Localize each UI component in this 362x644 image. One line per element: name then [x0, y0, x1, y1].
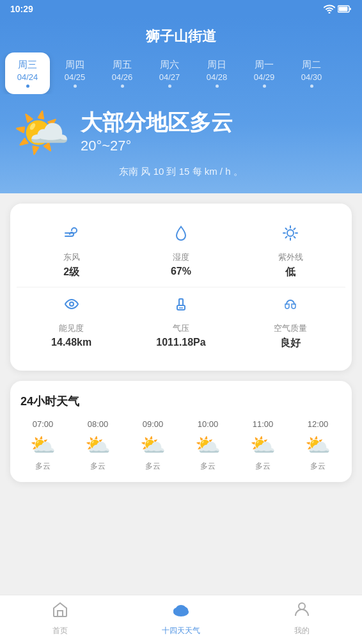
day-item-4[interactable]: 周日 04/28	[194, 52, 239, 94]
day-item-1[interactable]: 周四 04/25	[52, 52, 97, 94]
hourly-time: 07:00	[33, 419, 54, 429]
location-title: 狮子山街道	[0, 18, 362, 52]
weather-info: 大部分地区多云 20°~27°	[81, 111, 349, 154]
day-date: 04/28	[198, 72, 235, 82]
hourly-item-5: 12:00 ⛅ 多云	[295, 419, 340, 472]
hourly-card: 24小时天气 07:00 ⛅ 多云 08:00 ⛅ 多云 09:00 ⛅ 多云 …	[10, 381, 352, 482]
svg-line-10	[286, 237, 287, 238]
main-weather-icon: 🌤️	[13, 109, 70, 156]
detail-label: 能见度	[59, 323, 84, 334]
detail-label: 东风	[63, 252, 80, 263]
hourly-desc: 多云	[90, 461, 106, 472]
hourly-scroll[interactable]: 07:00 ⛅ 多云 08:00 ⛅ 多云 09:00 ⛅ 多云 10:00 ⛅…	[20, 419, 342, 472]
day-name: 周四	[56, 59, 93, 71]
status-bar: 10:29	[0, 0, 362, 18]
eye-icon	[63, 295, 81, 318]
detail-item-air: 空气质量 良好	[236, 287, 345, 358]
nav-label-home: 首页	[52, 625, 68, 636]
hourly-desc: 多云	[255, 461, 271, 472]
weather-wind: 东南 风 10 到 15 每 km / h 。	[0, 162, 362, 181]
uv-icon	[281, 224, 299, 246]
detail-value: 2级	[63, 266, 79, 279]
hourly-item-0: 07:00 ⛅ 多云	[20, 419, 65, 472]
detail-label: 湿度	[173, 252, 189, 263]
weather-header: 狮子山街道 周三 04/24 周四 04/25 周五 04/26 周六 04/2…	[0, 18, 362, 193]
nav-label-mine: 我的	[294, 625, 310, 636]
weather-temp-range: 20°~27°	[81, 138, 349, 154]
hourly-item-3: 10:00 ⛅ 多云	[185, 419, 230, 472]
day-name: 周六	[151, 59, 188, 71]
svg-point-19	[299, 603, 305, 609]
day-dot	[26, 85, 29, 88]
hourly-weather-icon: ⛅	[195, 433, 221, 457]
day-date: 04/27	[151, 72, 188, 82]
hourly-time: 12:00	[308, 419, 329, 429]
bottom-nav: 首页 十四天天气 我的	[0, 595, 362, 644]
day-item-3[interactable]: 周六 04/27	[147, 52, 192, 94]
weather-description: 大部分地区多云	[81, 111, 349, 134]
day-item-2[interactable]: 周五 04/26	[100, 52, 145, 94]
svg-line-7	[286, 229, 287, 230]
svg-line-8	[294, 237, 295, 238]
day-name: 周一	[246, 59, 283, 71]
day-name: 周三	[9, 59, 46, 71]
day-date: 04/29	[246, 72, 283, 82]
detail-label: 紫外线	[278, 252, 303, 263]
nav-item-home[interactable]: 首页	[0, 600, 121, 636]
hourly-weather-icon: ⛅	[140, 433, 166, 457]
hourly-time: 08:00	[88, 419, 109, 429]
day-item-6[interactable]: 周二 04/30	[289, 52, 334, 94]
day-date: 04/30	[293, 72, 330, 82]
home-icon	[51, 600, 69, 623]
day-dot	[121, 85, 124, 88]
day-dot	[74, 85, 77, 88]
hourly-item-2: 09:00 ⛅ 多云	[130, 419, 175, 472]
svg-rect-12	[179, 299, 183, 305]
hourly-item-4: 11:00 ⛅ 多云	[240, 419, 285, 472]
details-grid: 东风 2级 湿度 67% 紫外线 低 能见度 14.48km 气压 1011.1…	[17, 216, 345, 358]
drop-icon	[172, 224, 190, 246]
day-dot	[263, 85, 266, 88]
detail-item-eye: 能见度 14.48km	[17, 287, 126, 358]
day-item-0[interactable]: 周三 04/24	[5, 52, 50, 94]
day-selector[interactable]: 周三 04/24 周四 04/25 周五 04/26 周六 04/27 周日 0…	[0, 52, 362, 94]
nav-item-14day[interactable]: 十四天天气	[121, 600, 242, 636]
detail-value: 低	[285, 266, 295, 279]
day-name: 周日	[198, 59, 235, 71]
status-icons	[324, 4, 352, 13]
battery-icon	[338, 5, 352, 13]
pressure-icon	[172, 295, 190, 318]
day-date: 04/25	[56, 72, 93, 82]
day-name: 周五	[104, 59, 141, 71]
hourly-weather-icon: ⛅	[85, 433, 111, 457]
svg-point-11	[70, 302, 74, 306]
hourly-time: 09:00	[143, 419, 164, 429]
day-dot	[216, 85, 219, 88]
day-item-5[interactable]: 周一 04/29	[242, 52, 287, 94]
hourly-time: 10:00	[198, 419, 219, 429]
hourly-desc: 多云	[145, 461, 161, 472]
status-time: 10:29	[10, 4, 33, 14]
hourly-weather-icon: ⛅	[30, 433, 56, 457]
detail-value: 1011.18Pa	[156, 337, 205, 348]
hourly-item-1: 08:00 ⛅ 多云	[75, 419, 120, 472]
nav-item-mine[interactable]: 我的	[241, 600, 362, 636]
detail-item-pressure: 气压 1011.18Pa	[126, 287, 235, 358]
details-card: 东风 2级 湿度 67% 紫外线 低 能见度 14.48km 气压 1011.1…	[10, 204, 352, 371]
hourly-title: 24小时天气	[20, 394, 342, 409]
air-icon	[281, 295, 299, 318]
main-weather-section: 🌤️ 大部分地区多云 20°~27°	[0, 94, 362, 162]
hourly-desc: 多云	[200, 461, 216, 472]
svg-rect-1	[339, 7, 348, 12]
hourly-time: 11:00	[253, 419, 274, 429]
detail-item-drop: 湿度 67%	[126, 216, 235, 287]
day-name: 周二	[293, 59, 330, 71]
hourly-desc: 多云	[35, 461, 51, 472]
hourly-desc: 多云	[310, 461, 326, 472]
nav-label-14day: 十四天天气	[162, 625, 200, 636]
detail-value: 14.48km	[51, 337, 91, 348]
day-date: 04/26	[104, 72, 141, 82]
detail-label: 空气质量	[274, 323, 307, 334]
wind-icon	[63, 224, 81, 246]
detail-value: 良好	[280, 337, 301, 350]
